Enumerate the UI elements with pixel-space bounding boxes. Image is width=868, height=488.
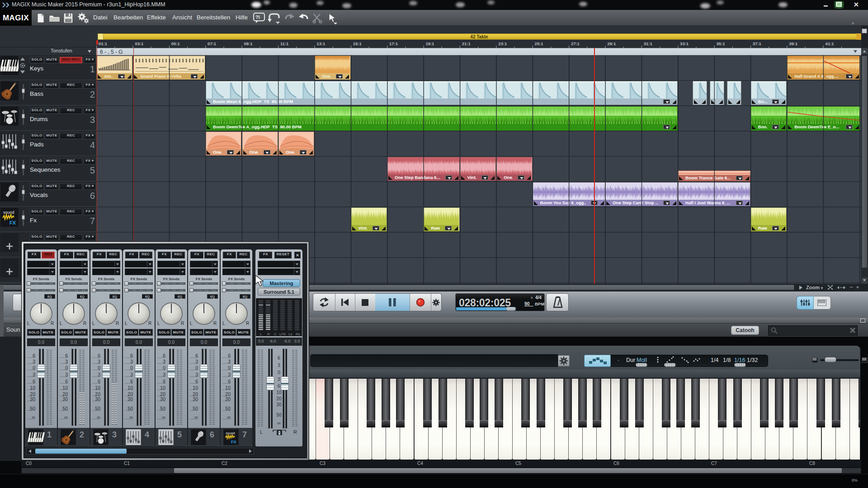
svg-text:FX: FX [9, 220, 16, 225]
svg-text:Rs: Rs [296, 332, 300, 336]
svg-text:15:1: 15:1 [353, 41, 362, 46]
svg-text:27:1: 27:1 [571, 41, 580, 46]
svg-text:FX: FX [231, 440, 237, 444]
svg-text:41:1: 41:1 [826, 41, 835, 46]
svg-text:37:1: 37:1 [753, 41, 762, 46]
svg-text:31:1: 31:1 [644, 41, 653, 46]
svg-text:LFE: LFE [279, 332, 286, 336]
svg-text:R: R [267, 332, 270, 336]
svg-text:11:1: 11:1 [280, 41, 289, 46]
svg-text:17:1: 17:1 [389, 41, 398, 46]
svg-text:39:1: 39:1 [789, 41, 798, 46]
svg-text:Ls: Ls [288, 332, 292, 336]
svg-text:29:1: 29:1 [607, 41, 616, 46]
svg-text:21:1: 21:1 [462, 41, 471, 46]
svg-text:?i: ?i [255, 14, 260, 20]
svg-text:C: C [274, 332, 277, 336]
svg-text:23:1: 23:1 [498, 41, 507, 46]
svg-text:33:1: 33:1 [680, 41, 689, 46]
svg-text:13:1: 13:1 [316, 41, 326, 46]
svg-text:09:1: 09:1 [244, 41, 253, 46]
svg-text:07:1: 07:1 [208, 41, 217, 46]
svg-text:19:1: 19:1 [425, 41, 434, 46]
svg-text:03:1: 03:1 [135, 41, 144, 46]
svg-text:05:1: 05:1 [171, 41, 180, 46]
svg-text:35:1: 35:1 [717, 41, 726, 46]
svg-text:01:1: 01:1 [99, 41, 108, 46]
svg-text:L: L [260, 332, 262, 336]
svg-text:sound: sound [226, 431, 235, 435]
svg-text:sound: sound [3, 210, 14, 215]
svg-text:25:1: 25:1 [535, 41, 544, 46]
